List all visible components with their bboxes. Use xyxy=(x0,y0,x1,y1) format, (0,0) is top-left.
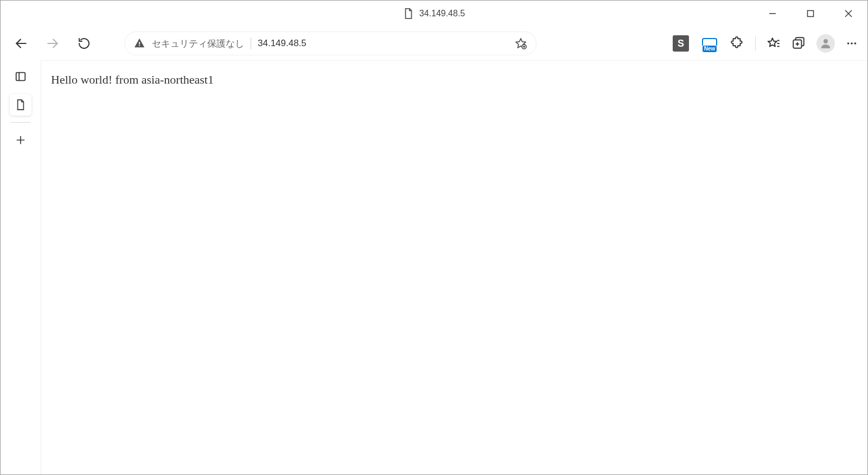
new-tab-button[interactable] xyxy=(10,129,31,151)
svg-rect-1 xyxy=(808,11,814,17)
toolbar-actions: S New xyxy=(673,34,858,53)
divider xyxy=(11,122,30,123)
tab-thumbnail[interactable] xyxy=(10,94,31,116)
body-area: Hello world! from asia-northeast1 xyxy=(1,60,867,474)
page-body-text: Hello world! from asia-northeast1 xyxy=(51,73,858,87)
title-bar: 34.149.48.5 xyxy=(1,1,867,27)
back-button[interactable] xyxy=(10,33,32,54)
maximize-button[interactable] xyxy=(792,1,829,27)
minimize-button[interactable] xyxy=(754,1,792,27)
site-security[interactable]: セキュリティ保護なし xyxy=(133,37,244,50)
page-icon xyxy=(16,99,25,111)
svg-point-21 xyxy=(851,42,853,45)
new-icon: New xyxy=(700,35,719,52)
extension-new-button[interactable]: New xyxy=(700,35,719,52)
extension-s-button[interactable]: S xyxy=(673,35,689,52)
address-bar[interactable]: セキュリティ保護なし 34.149.48.5 xyxy=(124,31,537,55)
s-icon: S xyxy=(673,35,689,52)
avatar-icon xyxy=(816,34,835,53)
puzzle-icon xyxy=(730,36,744,50)
collections-button[interactable] xyxy=(792,36,806,50)
more-button[interactable] xyxy=(846,37,858,49)
browser-tab[interactable]: 34.149.48.5 xyxy=(403,8,465,20)
close-button[interactable] xyxy=(829,1,867,27)
page-content: Hello world! from asia-northeast1 xyxy=(41,60,867,474)
collections-icon xyxy=(792,36,806,50)
star-add-icon xyxy=(514,37,527,50)
svg-point-19 xyxy=(824,39,828,43)
divider xyxy=(251,37,251,49)
profile-button[interactable] xyxy=(816,34,835,53)
forward-button[interactable] xyxy=(42,33,63,54)
vertical-tabs-toggle[interactable] xyxy=(10,66,31,87)
dots-icon xyxy=(846,37,858,49)
svg-point-20 xyxy=(847,42,850,45)
panel-icon xyxy=(15,71,27,83)
browser-toolbar: セキュリティ保護なし 34.149.48.5 S New xyxy=(1,27,867,60)
favorites-button[interactable] xyxy=(767,36,781,50)
favorite-button[interactable] xyxy=(514,37,527,50)
svg-rect-7 xyxy=(139,45,140,46)
refresh-button[interactable] xyxy=(73,33,95,54)
svg-point-22 xyxy=(854,42,857,45)
svg-rect-23 xyxy=(16,73,25,81)
page-icon xyxy=(403,8,414,20)
vertical-tabs-sidebar xyxy=(1,60,41,474)
extensions-button[interactable] xyxy=(730,36,744,50)
warning-icon xyxy=(133,37,145,49)
security-label: セキュリティ保護なし xyxy=(152,37,244,50)
tab-title: 34.149.48.5 xyxy=(419,9,465,18)
divider xyxy=(755,36,756,51)
star-lines-icon xyxy=(767,36,781,50)
svg-rect-6 xyxy=(139,42,140,45)
svg-marker-12 xyxy=(768,38,777,46)
window-controls xyxy=(754,1,867,27)
plus-icon xyxy=(15,135,26,145)
url-text[interactable]: 34.149.48.5 xyxy=(258,38,508,49)
